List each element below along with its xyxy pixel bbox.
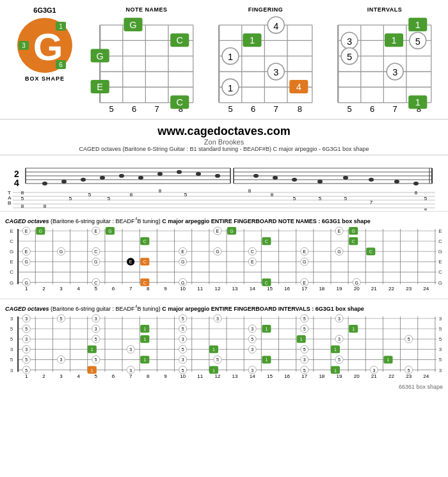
svg-text:G: G (438, 249, 442, 254)
svg-text:4: 4 (296, 82, 301, 92)
svg-text:C: C (94, 249, 97, 254)
svg-text:6: 6 (370, 104, 374, 113)
intervals-panel: INTERVALS 5 6 7 8 1 (328, 6, 442, 113)
svg-text:18: 18 (319, 373, 324, 379)
svg-text:E: E (25, 249, 28, 254)
svg-text:C: C (143, 260, 147, 264)
svg-text:12: 12 (214, 373, 220, 379)
svg-point-114 (196, 172, 201, 176)
fb-note-names-italic: CAGED octaves (5, 218, 49, 224)
svg-text:C: C (10, 238, 13, 244)
svg-text:3: 3 (251, 368, 253, 373)
svg-text:5: 5 (25, 327, 28, 331)
svg-text:C: C (177, 35, 184, 45)
svg-text:3: 3 (303, 358, 306, 363)
svg-point-116 (253, 174, 259, 178)
svg-text:8: 8 (21, 203, 24, 209)
svg-text:5: 5 (347, 104, 351, 113)
svg-text:3: 3 (182, 358, 184, 363)
svg-text:3: 3 (60, 358, 63, 363)
svg-text:5: 5 (319, 196, 322, 201)
svg-text:6: 6 (112, 285, 115, 291)
sheet-music-section: 2 4 (0, 158, 448, 209)
svg-point-110 (119, 174, 124, 178)
fingering-title: FINGERING (248, 6, 284, 13)
website-url: www.cagedoctaves.com (0, 125, 448, 138)
svg-text:5: 5 (182, 368, 184, 373)
chord-label: 6G3G1 (33, 6, 56, 14)
fingerboard-note-names-section: CAGED octaves (Baritone 6-string guitar … (0, 214, 448, 297)
svg-text:8: 8 (147, 373, 150, 379)
box-shape-label: BOX SHAPE (25, 75, 65, 82)
svg-text:B: B (8, 200, 12, 206)
svg-text:5: 5 (439, 357, 442, 363)
svg-text:8: 8 (159, 188, 162, 194)
svg-text:E: E (181, 249, 184, 254)
svg-text:G: G (108, 229, 111, 233)
svg-text:1: 1 (212, 348, 215, 352)
svg-text:2: 2 (42, 373, 45, 379)
svg-text:E: E (303, 249, 306, 254)
svg-text:5: 5 (408, 368, 410, 373)
svg-text:G: G (24, 280, 28, 285)
svg-text:1: 1 (91, 348, 93, 352)
svg-text:G: G (216, 249, 219, 254)
svg-text:1: 1 (265, 327, 268, 331)
fb-note-names-rest: (Baritone 6-string guitar : BEADF♯B tuni… (51, 218, 371, 224)
box-shape-reference: 66361 box shape (5, 384, 443, 390)
svg-text:C: C (251, 249, 254, 254)
svg-text:9: 9 (164, 373, 167, 379)
svg-text:18: 18 (319, 285, 324, 291)
svg-text:3: 3 (25, 317, 28, 321)
fb-note-names-title: CAGED octaves (Baritone 6-string guitar … (5, 216, 443, 224)
svg-text:16: 16 (284, 373, 290, 379)
svg-text:6: 6 (251, 104, 255, 113)
svg-text:3: 3 (439, 316, 442, 322)
svg-text:9: 9 (164, 285, 167, 291)
fb-intervals-italic: CAGED octaves (5, 306, 49, 312)
fingerboard-note-names-svg: // draw frets in SVG - frets at x positi… (5, 226, 443, 293)
svg-text:3: 3 (10, 316, 13, 322)
svg-point-112 (157, 172, 163, 176)
svg-text:8: 8 (147, 285, 150, 291)
svg-text:C: C (143, 280, 147, 285)
svg-text:3: 3 (10, 347, 13, 353)
svg-text:5: 5 (424, 196, 428, 201)
svg-text:5: 5 (60, 317, 63, 321)
svg-text:3: 3 (25, 338, 28, 342)
svg-text:3: 3 (95, 317, 97, 321)
svg-text:G: G (94, 260, 97, 264)
svg-text:C: C (265, 280, 268, 285)
svg-text:5: 5 (415, 36, 420, 47)
svg-text:4: 4 (14, 178, 19, 188)
svg-text:7: 7 (155, 104, 159, 113)
svg-text:5: 5 (184, 192, 188, 198)
svg-text:E: E (97, 82, 103, 92)
svg-text:E: E (251, 260, 254, 264)
svg-text:5: 5 (228, 104, 232, 113)
svg-text:E: E (25, 229, 28, 233)
svg-text:C: C (352, 239, 355, 244)
svg-text:G: G (39, 229, 42, 233)
svg-text:5: 5 (10, 326, 13, 332)
svg-text:23: 23 (406, 285, 412, 291)
svg-text:3: 3 (251, 327, 253, 331)
svg-text:5: 5 (347, 52, 352, 62)
svg-point-119 (317, 180, 323, 184)
svg-text:5: 5 (303, 348, 306, 352)
svg-text:5: 5 (25, 358, 28, 363)
svg-text:1: 1 (300, 338, 303, 342)
svg-text:4: 4 (273, 21, 278, 31)
svg-text:C: C (10, 269, 13, 275)
svg-text:20: 20 (354, 373, 360, 379)
svg-text:7: 7 (393, 104, 397, 113)
svg-text:G: G (129, 20, 136, 30)
svg-text:5: 5 (182, 317, 184, 321)
svg-text:G: G (97, 51, 104, 61)
svg-text:13: 13 (232, 373, 238, 379)
svg-text:3: 3 (129, 368, 132, 373)
svg-text:3: 3 (60, 285, 63, 291)
svg-text:1: 1 (415, 20, 420, 30)
svg-text:3: 3 (273, 67, 278, 77)
svg-text:1: 1 (415, 97, 420, 107)
